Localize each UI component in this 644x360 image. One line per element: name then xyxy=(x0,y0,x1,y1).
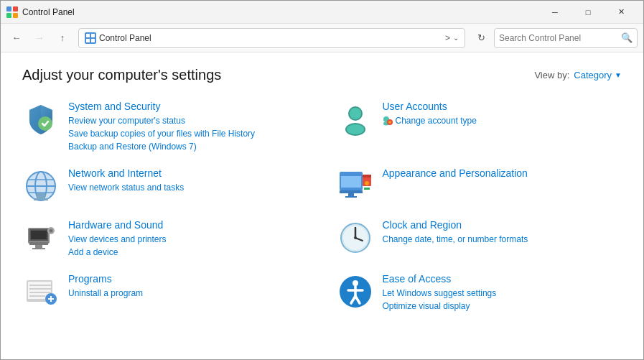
category-clock-region: Clock and Region Change date, time, or n… xyxy=(337,219,622,259)
network-internet-text: Network and Internet View network status… xyxy=(68,167,308,194)
address-dropdown[interactable]: ⌄ xyxy=(453,34,459,42)
programs-text: Programs Uninstall a program xyxy=(68,273,308,300)
minimize-button[interactable]: ─ xyxy=(538,1,571,24)
hardware-sound-icon xyxy=(22,219,60,257)
forward-button[interactable]: → xyxy=(29,28,50,48)
svg-rect-29 xyxy=(348,193,354,196)
appearance-icon xyxy=(337,167,374,205)
chevron-down-icon: ▼ xyxy=(615,71,622,79)
view-by-control: View by: Category ▼ xyxy=(534,70,622,80)
svg-rect-3 xyxy=(13,13,18,18)
user-accounts-link-1[interactable]: Change account type xyxy=(396,114,477,127)
back-button[interactable]: ← xyxy=(6,28,27,48)
hardware-sound-title[interactable]: Hardware and Sound xyxy=(68,219,308,231)
svg-point-16 xyxy=(388,121,391,124)
user-accounts-icon xyxy=(337,101,374,138)
network-internet-link-1[interactable]: View network status and tasks xyxy=(68,181,308,194)
appearance-title[interactable]: Appearance and Personalization xyxy=(383,167,622,179)
ease-of-access-text: Ease of Access Let Windows suggest setti… xyxy=(383,273,622,313)
window-title: Control Panel xyxy=(22,7,538,17)
search-box[interactable]: 🔍 xyxy=(494,28,638,48)
svg-point-11 xyxy=(350,108,361,119)
system-security-link-2[interactable]: Save backup copies of your files with Fi… xyxy=(68,127,308,140)
svg-rect-4 xyxy=(86,34,90,37)
address-separator: > xyxy=(445,33,450,43)
refresh-button[interactable]: ↻ xyxy=(471,28,491,48)
page-title: Adjust your computer's settings xyxy=(22,67,221,83)
clock-region-title[interactable]: Clock and Region xyxy=(383,219,622,231)
view-by-value: Category xyxy=(574,70,612,80)
system-security-link-1[interactable]: Review your computer's status xyxy=(68,114,308,127)
category-hardware-sound: Hardware and Sound View devices and prin… xyxy=(22,219,308,259)
ease-of-access-link-1[interactable]: Let Windows suggest settings xyxy=(383,287,622,300)
network-internet-title[interactable]: Network and Internet xyxy=(68,167,308,179)
svg-rect-1 xyxy=(13,6,18,11)
nav-bar: ← → ↑ Control Panel > ⌄ ↻ 🔍 xyxy=(1,24,643,52)
svg-rect-34 xyxy=(364,188,370,190)
system-security-link-3[interactable]: Backup and Restore (Windows 7) xyxy=(68,140,308,153)
ease-of-access-link-2[interactable]: Optimize visual display xyxy=(383,300,622,313)
svg-rect-40 xyxy=(32,248,45,249)
user-accounts-text: User Accounts Change account type xyxy=(383,101,622,129)
svg-rect-38 xyxy=(29,242,48,245)
window-controls: ─ □ ✕ xyxy=(538,1,638,24)
category-system-security: System and Security Review your computer… xyxy=(22,101,308,153)
search-icon: 🔍 xyxy=(621,32,633,43)
up-button[interactable]: ↑ xyxy=(52,28,73,48)
svg-rect-24 xyxy=(34,198,48,200)
hardware-sound-link-1[interactable]: View devices and printers xyxy=(68,233,308,246)
svg-rect-30 xyxy=(345,196,357,198)
title-bar: Control Panel ─ □ ✕ xyxy=(1,1,643,24)
network-internet-icon xyxy=(22,167,60,205)
content-area: Adjust your computer's settings View by:… xyxy=(1,52,643,360)
programs-link-1[interactable]: Uninstall a program xyxy=(68,287,308,300)
clock-region-icon xyxy=(337,219,374,257)
svg-point-43 xyxy=(50,230,52,232)
address-bar[interactable]: Control Panel > ⌄ xyxy=(78,28,465,48)
svg-rect-7 xyxy=(91,39,95,42)
close-button[interactable]: ✕ xyxy=(605,1,638,24)
system-security-text: System and Security Review your computer… xyxy=(68,101,308,153)
content-header: Adjust your computer's settings View by:… xyxy=(22,67,622,83)
system-security-title[interactable]: System and Security xyxy=(68,101,308,112)
svg-rect-6 xyxy=(86,39,90,42)
address-path: Control Panel xyxy=(99,33,442,43)
svg-rect-37 xyxy=(31,231,47,239)
hardware-sound-text: Hardware and Sound View devices and prin… xyxy=(68,219,308,259)
svg-rect-39 xyxy=(35,245,42,248)
category-appearance: Appearance and Personalization xyxy=(337,167,622,205)
category-user-accounts: User Accounts Change account type xyxy=(337,101,622,153)
categories-grid: System and Security Review your computer… xyxy=(22,101,622,327)
ease-of-access-icon xyxy=(337,273,374,310)
view-by-dropdown[interactable]: Category ▼ xyxy=(574,70,622,80)
user-accounts-title[interactable]: User Accounts xyxy=(383,101,622,112)
svg-rect-5 xyxy=(91,34,95,37)
system-security-icon xyxy=(22,101,60,138)
svg-rect-27 xyxy=(341,173,361,176)
clock-region-link-1[interactable]: Change date, time, or number formats xyxy=(383,233,622,246)
svg-point-33 xyxy=(365,181,369,185)
maximize-button[interactable]: □ xyxy=(571,1,605,24)
svg-rect-23 xyxy=(37,193,45,199)
svg-rect-2 xyxy=(6,13,11,18)
category-network-internet: Network and Internet View network status… xyxy=(22,167,308,205)
programs-icon xyxy=(22,273,60,310)
svg-rect-32 xyxy=(363,175,371,177)
address-icon xyxy=(85,32,96,44)
hardware-sound-link-2[interactable]: Add a device xyxy=(68,246,308,259)
search-input[interactable] xyxy=(499,33,618,43)
ease-of-access-title[interactable]: Ease of Access xyxy=(383,273,622,285)
user-accounts-sub-icon xyxy=(383,116,393,126)
svg-rect-0 xyxy=(6,6,11,11)
svg-rect-28 xyxy=(340,190,363,193)
appearance-text: Appearance and Personalization xyxy=(383,167,622,181)
clock-region-text: Clock and Region Change date, time, or n… xyxy=(383,219,622,246)
view-by-label: View by: xyxy=(534,70,569,80)
category-programs: Programs Uninstall a program xyxy=(22,273,308,313)
svg-rect-58 xyxy=(50,296,52,302)
category-ease-of-access: Ease of Access Let Windows suggest setti… xyxy=(337,273,622,313)
programs-title[interactable]: Programs xyxy=(68,273,308,285)
svg-point-12 xyxy=(347,124,364,134)
app-icon xyxy=(6,6,18,18)
